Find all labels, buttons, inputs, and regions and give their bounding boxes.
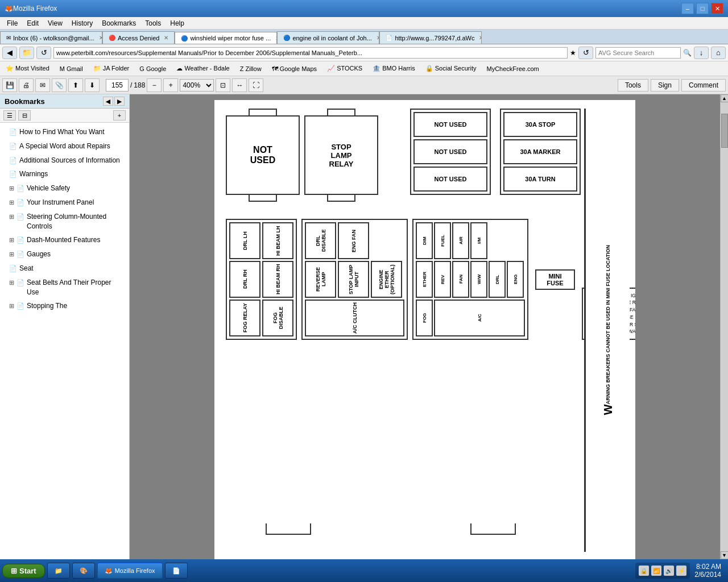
close-button[interactable]: ✕: [711, 3, 723, 14]
bookmark-star-icon[interactable]: ★: [570, 49, 576, 57]
sidebar: Bookmarks ◀ ▶ ☰ ⊟ + 📄 How to Find What Y…: [0, 94, 130, 559]
sidebar-next-button[interactable]: ▶: [114, 97, 125, 106]
menu-history[interactable]: History: [67, 18, 97, 28]
minimize-button[interactable]: –: [681, 3, 694, 14]
zoom-in-button[interactable]: +: [163, 78, 178, 92]
fit-page-button[interactable]: ⊡: [216, 78, 230, 92]
taskbar-firefox[interactable]: 🦊 Mozilla Firefox: [97, 563, 163, 579]
search-input[interactable]: [595, 47, 681, 59]
sidebar-item-instrument-panel[interactable]: ⊞ 📄 Your Instrument Panel: [0, 196, 129, 210]
start-button[interactable]: ⊞ Start: [2, 564, 45, 578]
fit-width-button[interactable]: ↔: [232, 78, 247, 92]
taskbar-paint[interactable]: 🎨: [72, 563, 95, 579]
tab-close-wiper[interactable]: ✕: [275, 35, 277, 41]
sign-button[interactable]: Sign: [651, 79, 679, 92]
fullscreen-button[interactable]: ⛶: [249, 78, 263, 92]
zoom-select[interactable]: 400% 200% 150% 100% 75%: [180, 79, 214, 92]
sidebar-item-seatbelts[interactable]: ⊞ 📄 Seat Belts And Their Proper Use: [0, 276, 129, 300]
drl-rh-label: DRL RH: [242, 270, 248, 289]
pdf-tool-3[interactable]: ✉: [35, 78, 50, 92]
window-controls: – □ ✕: [681, 3, 723, 14]
taskbar-acrobat-icon: 📄: [172, 567, 180, 575]
sidebar-nav-buttons: ◀ ▶: [103, 97, 125, 106]
30a-turn-label: 30A TURN: [525, 176, 555, 182]
sidebar-item-label: Additional Sources of Information: [19, 156, 120, 165]
sidebar-tool-2[interactable]: ⊟: [18, 110, 31, 120]
tab-access-denied[interactable]: 🔴 Access Denied ✕: [102, 31, 175, 44]
bm-social-security[interactable]: 🔒 Social Security: [422, 64, 480, 73]
scroll-up-button[interactable]: ▲: [721, 94, 729, 102]
refresh-alt-button[interactable]: ↺: [578, 47, 593, 59]
download-button[interactable]: ↓: [694, 47, 709, 59]
zoom-out-button[interactable]: −: [147, 78, 162, 92]
bm-ja-folder[interactable]: 📁 JA Folder: [90, 64, 133, 73]
tab-close-access-denied[interactable]: ✕: [164, 35, 168, 41]
tab-close-url[interactable]: ✕: [479, 35, 482, 41]
pdf-tool-5[interactable]: ⬆: [68, 78, 83, 92]
menu-edit[interactable]: Edit: [22, 18, 43, 28]
menu-help[interactable]: Help: [166, 18, 189, 28]
sidebar-item-warnings[interactable]: 📄 Warnings: [0, 167, 129, 181]
not-used-column: NOT USED NOT USED NOT USED: [410, 109, 491, 195]
sidebar-item-vehicle-safety[interactable]: ⊞ 📄 Vehicle Safety: [0, 181, 129, 196]
sidebar-item-how-to-find[interactable]: 📄 How to Find What You Want: [0, 125, 129, 139]
menu-tools[interactable]: Tools: [140, 18, 166, 28]
pdf-tool-print[interactable]: 🖨: [19, 78, 34, 92]
sidebar-item-repairs[interactable]: 📄 A Special Word about Repairs: [0, 139, 129, 153]
vertical-scrollbar[interactable]: ▲ ▼: [720, 94, 728, 559]
pdf-viewer[interactable]: NOTUSED STOPLAMPRELAY: [130, 94, 728, 559]
pdf-tool-4[interactable]: 📎: [52, 78, 67, 92]
sidebar-item-steering[interactable]: ⊞ 📄 Steering Column-Mounted Controls: [0, 210, 129, 234]
page-separator: /: [130, 81, 132, 89]
bm-bmo[interactable]: 🏦 BMO Harris: [369, 64, 419, 73]
comment-button[interactable]: Comment: [681, 79, 726, 92]
tab-inbox[interactable]: ✉ Inbox (6) - wtolkson@gmail... ✕: [0, 31, 102, 44]
refresh-button[interactable]: ↺: [36, 47, 51, 59]
scroll-thumb[interactable]: [721, 114, 728, 148]
home-folder-button[interactable]: 📁: [19, 47, 34, 59]
back-button[interactable]: ◀: [2, 47, 17, 59]
bm-gmail[interactable]: M Gmail: [56, 64, 86, 73]
restore-button[interactable]: □: [696, 3, 709, 14]
url-input[interactable]: [53, 47, 568, 59]
bm-zillow[interactable]: Z Zillow: [237, 64, 265, 73]
sidebar-tool-1[interactable]: ☰: [3, 110, 16, 120]
pdf-page: NOTUSED STOPLAMPRELAY: [214, 100, 635, 559]
stop-lamp-input-label: STOP LAMP INPUT: [348, 263, 359, 296]
tools-button[interactable]: Tools: [618, 79, 648, 92]
taskbar-explorer-icon: 📁: [55, 567, 63, 575]
sidebar-item-stopping[interactable]: ⊞ 📄 Stopping The: [0, 299, 129, 313]
sidebar-prev-button[interactable]: ◀: [103, 97, 113, 106]
scroll-down-button[interactable]: ▼: [721, 551, 729, 559]
bm-mycheckfree[interactable]: MyCheckFree.com: [483, 64, 542, 73]
menu-file[interactable]: File: [2, 18, 22, 28]
page-current-input[interactable]: 155: [106, 79, 129, 92]
bm-google[interactable]: G Google: [136, 64, 169, 73]
menu-bookmarks[interactable]: Bookmarks: [97, 18, 140, 28]
sidebar-item-label: Gauges: [27, 250, 51, 259]
taskbar-firefox-label: Mozilla Firefox: [115, 567, 155, 574]
tab-label-access-denied: Access Denied: [118, 35, 159, 41]
tab-label-wiper: winshield wiper motor fuse ...: [190, 35, 271, 41]
sidebar-tool-3[interactable]: +: [113, 110, 126, 120]
menu-view[interactable]: View: [43, 18, 67, 28]
tab-url[interactable]: 📄 http://www.g...799247,d.aWc ✕: [379, 31, 482, 44]
home-button[interactable]: ⌂: [711, 47, 726, 59]
sidebar-item-dash[interactable]: ⊞ 📄 Dash-Mounted Features: [0, 233, 129, 247]
pdf-tool-6[interactable]: ⬇: [85, 78, 100, 92]
taskbar-acrobat[interactable]: 📄: [165, 563, 188, 579]
stop-lamp-relay-label: STOPLAMPRELAY: [329, 143, 354, 168]
bm-most-visited[interactable]: ⭐ Most Visited: [2, 64, 53, 73]
tab-engine-oil[interactable]: 🔵 engine oil in coolant of Joh... ✕: [277, 31, 379, 44]
sidebar-item-gauges[interactable]: ⊞ 📄 Gauges: [0, 247, 129, 261]
bm-weather[interactable]: ☁ Weather - Bdale: [173, 64, 233, 73]
sidebar-title: Bookmarks: [5, 97, 45, 106]
tab-icon-access-denied: 🔴: [109, 35, 115, 41]
pdf-tool-1[interactable]: 💾: [2, 78, 17, 92]
sidebar-item-sources[interactable]: 📄 Additional Sources of Information: [0, 153, 129, 168]
taskbar-explorer[interactable]: 📁: [47, 563, 70, 579]
sidebar-item-seat[interactable]: 📄 Seat: [0, 261, 129, 276]
bm-google-maps[interactable]: 🗺 Google Maps: [268, 64, 320, 73]
bm-stocks[interactable]: 📈 STOCKS: [324, 64, 366, 73]
tab-wiper[interactable]: 🔵 winshield wiper motor fuse ... ✕: [175, 32, 277, 44]
